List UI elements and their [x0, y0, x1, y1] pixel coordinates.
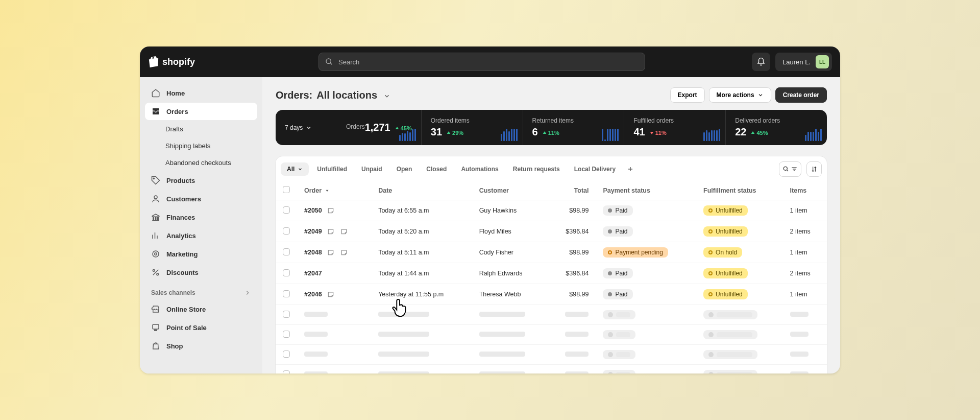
- tab-open[interactable]: Open: [390, 162, 419, 176]
- order-id[interactable]: #2050: [304, 206, 364, 215]
- row-checkbox[interactable]: [283, 290, 290, 297]
- date-range-selector[interactable]: 7 days: [276, 110, 337, 145]
- col-fulfillment-status[interactable]: Fulfillment status: [696, 181, 783, 200]
- svg-rect-9: [153, 324, 159, 329]
- sidebar-item-home[interactable]: Home: [145, 84, 257, 102]
- sidebar-item-marketing[interactable]: Marketing: [145, 245, 257, 263]
- order-id[interactable]: #2046: [304, 290, 364, 299]
- col-order[interactable]: Order: [297, 181, 371, 200]
- metric-delta: 29%: [446, 130, 463, 136]
- note-icon: [326, 206, 335, 215]
- table-row[interactable]: #2046 Yesterday at 11:55 p.m Theresa Web…: [276, 284, 827, 305]
- metric-delivered-orders[interactable]: Delivered orders 22 45%: [725, 110, 827, 145]
- notifications-button[interactable]: [752, 53, 770, 71]
- metric-label: Fulfilled orders: [633, 117, 716, 124]
- row-checkbox[interactable]: [283, 351, 290, 358]
- export-button[interactable]: Export: [670, 87, 705, 103]
- cell-customer: Theresa Webb: [472, 284, 548, 305]
- table-row[interactable]: #2049 Today at 5:20 a.m Floyd Miles $396…: [276, 221, 827, 242]
- table-row[interactable]: #2047 Today at 1:44 a.m Ralph Edwards $3…: [276, 263, 827, 284]
- sidebar-item-shipping-labels[interactable]: Shipping labels: [145, 138, 257, 154]
- sidebar-item-abandoned-checkouts[interactable]: Abandoned checkouts: [145, 155, 257, 171]
- metric-orders[interactable]: Orders 1,271 45%: [337, 110, 421, 145]
- cell-fulfillment: On hold: [696, 242, 783, 263]
- tab-unfulfilled[interactable]: Unfulfilled: [311, 162, 353, 176]
- row-checkbox[interactable]: [283, 311, 290, 318]
- sidebar-item-online-store[interactable]: Online Store: [145, 300, 257, 318]
- chevron-down-icon: [298, 167, 303, 172]
- tab-all[interactable]: All: [281, 162, 309, 176]
- metric-value: 6: [532, 126, 538, 138]
- metric-fulfilled-orders[interactable]: Fulfilled orders 41 11%: [624, 110, 725, 145]
- location-selector[interactable]: All locations: [316, 89, 390, 101]
- note-icon: [326, 227, 335, 236]
- metric-ordered-items[interactable]: Ordered items 31 29%: [421, 110, 523, 145]
- metric-returned-items[interactable]: Returned items 6 11%: [523, 110, 624, 145]
- order-id[interactable]: #2049: [304, 227, 364, 236]
- sidebar-item-point-of-sale[interactable]: Point of Sale: [145, 319, 257, 336]
- sidebar-item-finances[interactable]: Finances: [145, 208, 257, 226]
- user-name: Lauren L.: [782, 58, 811, 66]
- row-checkbox[interactable]: [283, 269, 290, 276]
- select-all-checkbox[interactable]: [283, 186, 290, 193]
- note-icon: [339, 248, 349, 257]
- order-id[interactable]: #2047: [304, 270, 364, 277]
- svg-point-3: [154, 196, 157, 199]
- cell-date: Today at 6:55 a.m: [371, 200, 472, 221]
- row-checkbox[interactable]: [283, 248, 290, 255]
- note-icon: [326, 248, 335, 257]
- tab-local-delivery[interactable]: Local Delivery: [568, 162, 622, 176]
- brand-logo[interactable]: shopify: [148, 56, 195, 68]
- table-row[interactable]: #2050 Today at 6:55 a.m Guy Hawkins $98.…: [276, 200, 827, 221]
- more-actions-button[interactable]: More actions: [709, 87, 771, 103]
- tab-unpaid[interactable]: Unpaid: [355, 162, 388, 176]
- tab-closed[interactable]: Closed: [420, 162, 453, 176]
- table-row[interactable]: #2048 Today at 5:11 a.m Cody Fisher $98.…: [276, 242, 827, 263]
- search-input[interactable]: Search: [318, 53, 645, 71]
- sidebar-item-products[interactable]: Products: [145, 172, 257, 189]
- row-checkbox[interactable]: [283, 227, 290, 235]
- order-id[interactable]: #2048: [304, 248, 364, 257]
- table-header-row: Order Date Customer Total Payment status…: [276, 181, 827, 200]
- col-total[interactable]: Total: [548, 181, 596, 200]
- row-checkbox[interactable]: [283, 331, 290, 338]
- col-date[interactable]: Date: [371, 181, 472, 200]
- col-customer[interactable]: Customer: [472, 181, 548, 200]
- cell-date: Today at 1:44 a.m: [371, 263, 472, 284]
- tab-automations[interactable]: Automations: [455, 162, 504, 176]
- cell-payment: Payment pending: [596, 242, 696, 263]
- metrics-strip: 7 days Orders 1,271 45% Ordered items 31…: [276, 110, 827, 145]
- user-menu[interactable]: Lauren L. LL: [775, 53, 832, 71]
- col-label: Total: [574, 187, 589, 194]
- sidebar-item-discounts[interactable]: Discounts: [145, 264, 257, 281]
- sort-icon: [811, 166, 818, 173]
- sidebar-item-orders[interactable]: Orders: [145, 103, 257, 120]
- sidebar-item-customers[interactable]: Customers: [145, 190, 257, 207]
- cell-items: 2 items: [783, 263, 827, 284]
- search-placeholder: Search: [338, 58, 359, 66]
- sidebar-item-drafts[interactable]: Drafts: [145, 121, 257, 137]
- tab-label: Unpaid: [361, 166, 382, 173]
- create-order-button[interactable]: Create order: [775, 87, 827, 103]
- sidebar-item-shop[interactable]: Shop: [145, 337, 257, 355]
- tab-return-requests[interactable]: Return requests: [507, 162, 566, 176]
- sidebar-item-analytics[interactable]: Analytics: [145, 227, 257, 244]
- sidebar-item-label: Online Store: [166, 306, 206, 313]
- row-checkbox[interactable]: [283, 370, 290, 374]
- col-items[interactable]: Items: [783, 181, 827, 200]
- cell-payment: Paid: [596, 200, 696, 221]
- chart-icon: [151, 231, 160, 240]
- row-checkbox[interactable]: [283, 206, 290, 214]
- metric-delta: 45%: [750, 130, 768, 136]
- search-filter-button[interactable]: [779, 161, 801, 177]
- add-view-button[interactable]: [624, 162, 637, 176]
- cell-fulfillment: Unfulfilled: [696, 263, 783, 284]
- status-paid: Paid: [603, 268, 632, 278]
- sidebar-item-label: Drafts: [165, 125, 183, 133]
- page-title: Orders: All locations: [276, 89, 390, 101]
- app-frame: shopify Search Lauren L. LL Home: [140, 46, 840, 374]
- col-payment-status[interactable]: Payment status: [596, 181, 696, 200]
- chevron-right-icon[interactable]: [244, 289, 251, 296]
- sort-button[interactable]: [806, 161, 822, 177]
- metric-value: 22: [735, 126, 746, 138]
